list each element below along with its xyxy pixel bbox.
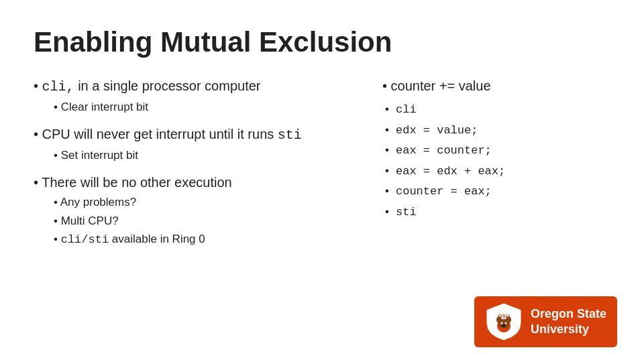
svg-point-7 <box>502 324 506 327</box>
svg-point-3 <box>496 316 502 323</box>
right-code-list: cli edx = value; eax = counter; eax = ed… <box>382 101 610 221</box>
code-eax1: eax = counter; <box>396 144 492 157</box>
left-column: • cli, in a single processor computer • … <box>34 76 369 251</box>
bullet-cli: • cli, in a single processor computer <box>34 76 369 97</box>
code-counter: counter = eax; <box>396 185 492 198</box>
slide-title: Enabling Mutual Exclusion <box>34 27 610 58</box>
cli-code: cli, <box>42 79 74 95</box>
svg-point-5 <box>500 322 502 324</box>
bullet-cli-sub: • Clear interrupt bit <box>34 99 369 115</box>
bullet-any-problems: • Any problems? <box>34 194 369 210</box>
bullet-cpu-text: • CPU will never get interrupt until it … <box>34 127 302 141</box>
osu-logo: OSU Oregon State University <box>474 296 617 347</box>
osu-shield-icon: OSU <box>485 302 523 342</box>
bullet-multi-cpu: • Multi CPU? <box>34 213 369 229</box>
multi-cpu-text: Multi CPU? <box>61 215 119 227</box>
right-item-0: cli <box>382 101 610 119</box>
content-area: • cli, in a single processor computer • … <box>34 76 610 251</box>
dot-ring0: • <box>54 233 61 245</box>
right-column: • counter += value cli edx = value; eax … <box>382 76 610 251</box>
right-item-3: eax = edx + eax; <box>382 162 610 180</box>
right-item-4: counter = eax; <box>382 182 610 200</box>
code-edx: edx = value; <box>396 124 478 137</box>
right-title: • counter += value <box>382 76 610 95</box>
sti-inline-code: sti <box>278 127 302 143</box>
right-title-text: • counter += value <box>382 78 491 93</box>
any-problems-text: Any problems? <box>60 196 136 208</box>
svg-point-4 <box>506 316 511 323</box>
osu-name: Oregon State University <box>531 306 606 338</box>
svg-point-6 <box>504 322 506 324</box>
right-item-2: eax = counter; <box>382 141 610 160</box>
right-item-5: sti <box>382 203 610 221</box>
dot-multi: • <box>54 215 61 227</box>
right-item-1: edx = value; <box>382 121 610 139</box>
osu-line2: University <box>531 322 589 336</box>
bullet-cli-prefix: • cli, in a single processor computer <box>34 78 261 93</box>
bullet-no-exec-text: • There will be no other execution <box>34 175 232 190</box>
bullet-dot-cli: • <box>54 101 61 113</box>
osu-line1: Oregon State <box>531 307 606 320</box>
set-interrupt-text: Set interrupt bit <box>61 149 138 162</box>
dot-any: • <box>54 196 60 208</box>
code-eax2: eax = edx + eax; <box>396 165 505 178</box>
clear-interrupt-text: Clear interrupt bit <box>61 101 148 113</box>
bullet-cpu: • CPU will never get interrupt until it … <box>34 125 369 145</box>
bullet-dot-sti: • <box>54 149 61 162</box>
ring0-text: available in Ring 0 <box>109 233 205 245</box>
bullet-no-exec: • There will be no other execution <box>34 173 369 192</box>
bullet-sti-sub: • Set interrupt bit <box>34 147 369 164</box>
code-cli: cli <box>396 103 417 116</box>
slide: Enabling Mutual Exclusion • cli, in a si… <box>0 0 644 362</box>
cli-sti-code: cli/sti <box>61 233 109 246</box>
code-sti: sti <box>396 206 417 219</box>
bullet-cli-sti-ring0: • cli/sti available in Ring 0 <box>34 231 369 248</box>
